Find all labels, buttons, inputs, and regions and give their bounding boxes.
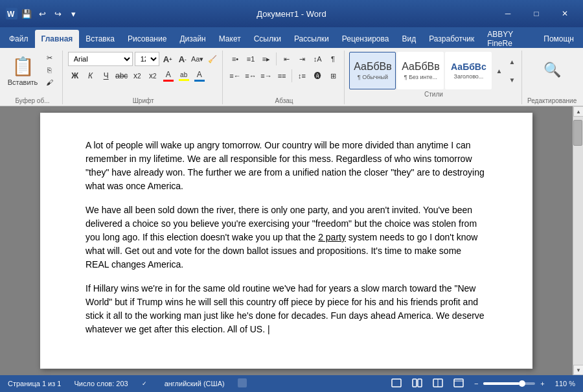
tab-help[interactable]: Помощн bbox=[537, 30, 580, 48]
ribbon-content: 📋 Вставить ✂ ⎘ 🖌 Буфер об... Arial bbox=[0, 48, 583, 106]
word-logo-icon: W bbox=[5, 7, 18, 20]
align-justify-button[interactable]: ≡≡ bbox=[275, 69, 289, 83]
align-right-button[interactable]: ≡→ bbox=[259, 69, 273, 83]
decrease-indent-button[interactable]: ⇤ bbox=[279, 52, 293, 66]
document-container: A lot of people will wake up angry tomor… bbox=[0, 106, 583, 375]
minimize-button[interactable]: ─ bbox=[495, 5, 521, 23]
tab-home[interactable]: Главная bbox=[35, 30, 80, 48]
maximize-button[interactable]: □ bbox=[523, 5, 549, 23]
zoom-slider[interactable]: − + bbox=[472, 378, 547, 389]
style-up-button[interactable]: ▲ bbox=[506, 52, 518, 71]
tab-mailings[interactable]: Рассылки bbox=[288, 30, 336, 48]
styles-scroll-up[interactable]: ▲ bbox=[493, 52, 505, 89]
view-layout-button[interactable] bbox=[409, 377, 425, 390]
zoom-track[interactable] bbox=[483, 382, 535, 385]
document-scroll-area[interactable]: A lot of people will wake up angry tomor… bbox=[0, 106, 573, 375]
undo-button[interactable]: ↩ bbox=[35, 6, 49, 21]
increase-indent-button[interactable]: ⇥ bbox=[295, 52, 309, 66]
scroll-down-button[interactable]: ▼ bbox=[573, 365, 583, 375]
spellcheck-icon: ✓ bbox=[141, 379, 152, 387]
style-heading1[interactable]: АаБбВс Заголово... bbox=[445, 52, 492, 89]
scrollbar-thumb[interactable] bbox=[573, 120, 582, 146]
vertical-scrollbar[interactable]: ▲ ▼ bbox=[573, 106, 583, 375]
highlight-color-button[interactable]: ab bbox=[177, 69, 191, 83]
track-changes-button[interactable] bbox=[235, 377, 249, 390]
paste-button[interactable]: 📋 Вставить bbox=[6, 52, 39, 89]
tab-references[interactable]: Ссылки bbox=[247, 30, 288, 48]
change-case-button[interactable]: Aa▾ bbox=[191, 52, 204, 65]
tab-insert[interactable]: Вставка bbox=[79, 30, 121, 48]
paste-icon: 📋 bbox=[12, 56, 34, 77]
cut-button[interactable]: ✂ bbox=[40, 52, 58, 63]
view-layout-icon bbox=[412, 378, 422, 387]
scrollbar-track[interactable] bbox=[573, 117, 583, 365]
style-normal[interactable]: АаБбВв ¶ Обычный bbox=[349, 52, 396, 89]
view-normal-button[interactable] bbox=[389, 377, 404, 390]
format-painter-button[interactable]: 🖌 bbox=[40, 76, 58, 88]
font-color-button[interactable]: A bbox=[161, 69, 176, 83]
increase-font-button[interactable]: A+ bbox=[161, 52, 174, 65]
tab-file[interactable]: Файл bbox=[3, 30, 35, 48]
view-read-button[interactable] bbox=[430, 377, 446, 390]
zoom-fill bbox=[483, 382, 520, 385]
web-view-button[interactable] bbox=[451, 377, 466, 390]
zoom-thumb[interactable] bbox=[519, 380, 525, 387]
superscript-button[interactable]: x2 bbox=[146, 69, 160, 83]
decrease-font-button[interactable]: A- bbox=[176, 52, 189, 65]
align-left-button[interactable]: ≡← bbox=[228, 69, 242, 83]
style-no-spacing[interactable]: АаБбВв ¶ Без инте... bbox=[397, 52, 444, 89]
tab-abbyy[interactable]: ABBYY FineRe bbox=[481, 30, 537, 48]
tab-layout[interactable]: Макет bbox=[212, 30, 247, 48]
bullets-button[interactable]: ≡• bbox=[228, 52, 242, 66]
copy-button[interactable]: ⎘ bbox=[40, 64, 58, 76]
sort-button[interactable]: ↕A bbox=[310, 52, 325, 66]
scroll-up-button[interactable]: ▲ bbox=[573, 106, 583, 117]
borders-button[interactable]: ⊞ bbox=[326, 69, 340, 83]
customize-qat-button[interactable]: ▾ bbox=[66, 6, 80, 21]
svg-rect-4 bbox=[238, 378, 247, 387]
zoom-in-button[interactable]: + bbox=[538, 378, 547, 389]
text-color-button2[interactable]: A bbox=[192, 69, 207, 83]
find-button[interactable]: 🔍 bbox=[529, 52, 575, 87]
align-center-button[interactable]: ≡↔ bbox=[244, 69, 258, 83]
line-spacing-button[interactable]: ↕≡ bbox=[295, 69, 309, 83]
editing-content: 🔍 bbox=[529, 52, 575, 96]
page-info[interactable]: Страница 1 из 1 bbox=[5, 378, 63, 389]
numbering-button[interactable]: ≡1 bbox=[244, 52, 258, 66]
shading-button[interactable]: 🅐 bbox=[310, 69, 325, 83]
font-format-row: Ж К Ч abc x2 x2 A ab bbox=[68, 69, 219, 83]
document-page[interactable]: A lot of people will wake up angry tomor… bbox=[40, 113, 532, 369]
tab-design[interactable]: Дизайн bbox=[173, 30, 212, 48]
styles-gallery: АаБбВв ¶ Обычный АаБбВв ¶ Без инте... Аа… bbox=[349, 52, 518, 89]
svg-rect-5 bbox=[392, 379, 401, 387]
separator bbox=[276, 52, 277, 65]
show-marks-button[interactable]: ¶ bbox=[326, 52, 340, 66]
svg-text:W: W bbox=[7, 10, 15, 19]
tab-review[interactable]: Рецензирова bbox=[336, 30, 396, 48]
zoom-level[interactable]: 110 % bbox=[553, 378, 578, 389]
styles-group: АаБбВв ¶ Обычный АаБбВв ¶ Без инте... Аа… bbox=[346, 51, 522, 104]
zoom-out-button[interactable]: − bbox=[472, 378, 481, 389]
tab-draw[interactable]: Рисование bbox=[121, 30, 173, 48]
tab-developer[interactable]: Разработчик bbox=[422, 30, 481, 48]
clear-format-button[interactable]: 🧹 bbox=[206, 52, 219, 65]
editing-label: Редактирование bbox=[527, 97, 577, 104]
multilevel-list-button[interactable]: ≡▸ bbox=[259, 52, 273, 66]
view-normal-icon bbox=[391, 378, 402, 387]
word-count[interactable]: Число слов: 203 bbox=[71, 378, 130, 389]
subscript-button[interactable]: x2 bbox=[130, 69, 144, 83]
bold-button[interactable]: Ж bbox=[68, 69, 82, 83]
font-size-select[interactable]: 12 bbox=[135, 52, 159, 66]
tab-view[interactable]: Вид bbox=[395, 30, 422, 48]
paragraph-3: If Hillary wins we're in for the same ol… bbox=[86, 282, 487, 336]
font-name-select[interactable]: Arial bbox=[68, 52, 133, 66]
style-down-button[interactable]: ▼ bbox=[506, 71, 518, 89]
style-no-spacing-label: ¶ Без инте... bbox=[404, 74, 437, 80]
save-button[interactable]: 💾 bbox=[19, 6, 34, 21]
language-text[interactable]: английский (США) bbox=[162, 378, 227, 389]
strikethrough-button[interactable]: abc bbox=[115, 69, 129, 83]
underline-button[interactable]: Ч bbox=[99, 69, 113, 83]
italic-button[interactable]: К bbox=[84, 69, 98, 83]
redo-button[interactable]: ↪ bbox=[51, 6, 65, 21]
close-button[interactable]: ✕ bbox=[552, 5, 578, 23]
